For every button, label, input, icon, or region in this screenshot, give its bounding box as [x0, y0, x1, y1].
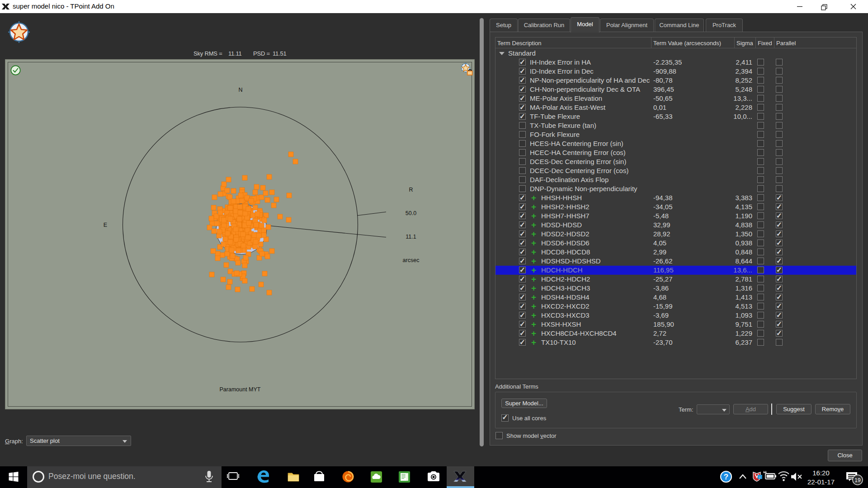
svg-text:arcsec: arcsec [403, 257, 420, 263]
svg-text:R: R [409, 187, 413, 193]
svg-text:i: i [760, 475, 760, 479]
svg-text:11.1: 11.1 [406, 234, 416, 240]
svg-text:19: 19 [854, 477, 861, 483]
svg-text:E: E [104, 222, 107, 228]
svg-text:50.0: 50.0 [406, 210, 416, 216]
svg-text:N: N [238, 87, 242, 93]
svg-text:Paramount MYT: Paramount MYT [219, 386, 260, 393]
svg-text:?: ? [724, 473, 728, 481]
